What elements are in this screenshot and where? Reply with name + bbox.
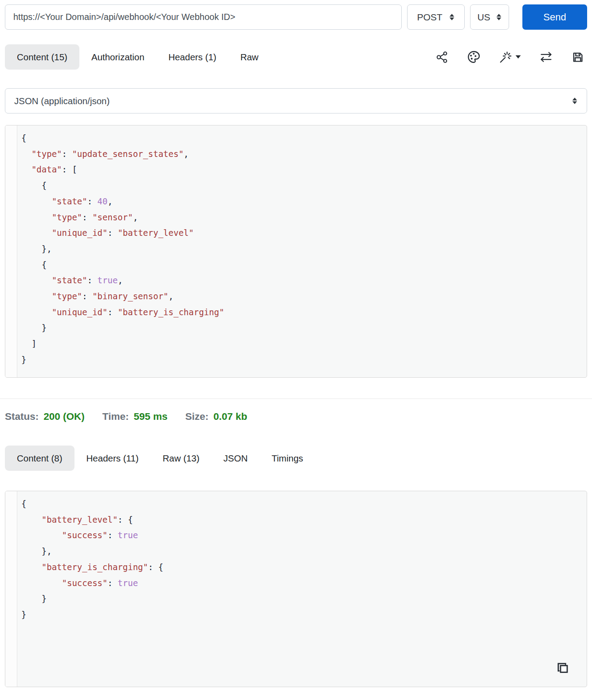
tab-request-headers[interactable]: Headers (1): [157, 44, 228, 70]
request-body-editor[interactable]: { "type": "update_sensor_states", "data"…: [5, 125, 587, 378]
response-tab-bar: Content (8) Headers (11) Raw (13) JSON T…: [5, 446, 587, 471]
region-select[interactable]: US: [470, 4, 509, 30]
time-label: Time:: [102, 411, 129, 422]
palette-icon[interactable]: [467, 49, 481, 65]
tab-request-raw[interactable]: Raw: [228, 44, 271, 70]
tab-response-headers[interactable]: Headers (11): [74, 446, 151, 471]
status-label: Status:: [5, 411, 39, 422]
copy-icon[interactable]: [554, 660, 569, 675]
updown-caret-icon: [449, 13, 455, 21]
swap-arrows-icon[interactable]: [539, 49, 553, 65]
section-divider: [0, 399, 592, 399]
editor-gutter: [5, 125, 17, 377]
share-icon[interactable]: [435, 49, 449, 65]
updown-caret-icon: [572, 97, 578, 105]
region-select-value: US: [477, 12, 490, 23]
send-button[interactable]: Send: [522, 4, 587, 30]
request-url-row: POST US Send: [5, 4, 587, 30]
magic-wand-icon[interactable]: [499, 49, 521, 65]
api-tester-app: POST US Send Content (15) Authorization …: [0, 0, 592, 694]
size-value: 0.07 kb: [213, 411, 247, 422]
status-bar: Status: 200 (OK) Time: 595 ms Size: 0.07…: [5, 411, 587, 422]
tab-response-content[interactable]: Content (8): [5, 446, 74, 471]
save-icon[interactable]: [571, 49, 584, 65]
tab-response-timings[interactable]: Timings: [260, 446, 315, 471]
content-type-select[interactable]: JSON (application/json): [5, 88, 587, 113]
request-toolbar: [435, 49, 587, 65]
updown-caret-icon: [496, 13, 502, 21]
response-body-panel: { "battery_level": { "success": true }, …: [5, 491, 587, 687]
tab-response-json[interactable]: JSON: [212, 446, 260, 471]
request-tab-bar: Content (15) Authorization Headers (1) R…: [5, 44, 587, 70]
size-label: Size:: [185, 411, 209, 422]
editor-gutter: [5, 491, 17, 687]
request-body-code[interactable]: { "type": "update_sensor_states", "data"…: [17, 125, 587, 377]
chevron-down-icon: [515, 55, 521, 59]
response-body-code: { "battery_level": { "success": true }, …: [17, 491, 587, 687]
tab-request-content[interactable]: Content (15): [5, 44, 79, 70]
status-value: 200 (OK): [43, 411, 85, 422]
tab-response-raw[interactable]: Raw (13): [151, 446, 212, 471]
url-input[interactable]: [5, 4, 402, 30]
time-value: 595 ms: [133, 411, 167, 422]
tab-request-authorization[interactable]: Authorization: [79, 44, 157, 70]
method-select-value: POST: [417, 12, 442, 23]
method-select[interactable]: POST: [407, 4, 465, 30]
content-type-select-value: JSON (application/json): [14, 96, 110, 106]
